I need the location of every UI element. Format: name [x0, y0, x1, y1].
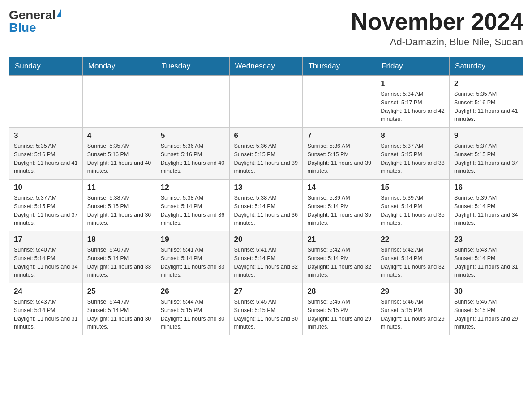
day-number: 30: [454, 287, 518, 296]
calendar-cell: 18Sunrise: 5:40 AMSunset: 5:14 PMDayligh…: [82, 231, 156, 283]
calendar-cell: 19Sunrise: 5:41 AMSunset: 5:14 PMDayligh…: [156, 231, 229, 283]
day-info: Sunrise: 5:41 AMSunset: 5:14 PMDaylight:…: [161, 246, 225, 279]
day-info: Sunrise: 5:40 AMSunset: 5:14 PMDaylight:…: [87, 246, 151, 279]
days-of-week-row: SundayMondayTuesdayWednesdayThursdayFrid…: [9, 57, 523, 76]
calendar-week-row: 17Sunrise: 5:40 AMSunset: 5:14 PMDayligh…: [9, 231, 523, 283]
calendar-cell: 17Sunrise: 5:40 AMSunset: 5:14 PMDayligh…: [9, 231, 83, 283]
day-header-thursday: Thursday: [303, 57, 376, 76]
day-header-wednesday: Wednesday: [229, 57, 303, 76]
day-number: 28: [307, 287, 371, 296]
calendar-cell: 21Sunrise: 5:42 AMSunset: 5:14 PMDayligh…: [303, 231, 376, 283]
calendar-cell: 15Sunrise: 5:39 AMSunset: 5:14 PMDayligh…: [376, 180, 450, 231]
day-number: 29: [381, 287, 445, 296]
calendar-cell: 2Sunrise: 5:35 AMSunset: 5:16 PMDaylight…: [450, 76, 523, 128]
calendar-cell: 23Sunrise: 5:43 AMSunset: 5:14 PMDayligh…: [450, 231, 523, 283]
calendar-week-row: 1Sunrise: 5:34 AMSunset: 5:17 PMDaylight…: [9, 76, 523, 128]
day-number: 9: [454, 131, 518, 140]
day-info: Sunrise: 5:34 AMSunset: 5:17 PMDaylight:…: [381, 90, 445, 124]
day-number: 17: [14, 235, 78, 244]
day-info: Sunrise: 5:39 AMSunset: 5:14 PMDaylight:…: [381, 194, 445, 227]
calendar-cell: 16Sunrise: 5:39 AMSunset: 5:14 PMDayligh…: [450, 180, 523, 231]
calendar-cell: 12Sunrise: 5:38 AMSunset: 5:14 PMDayligh…: [156, 180, 229, 231]
calendar-cell: 14Sunrise: 5:39 AMSunset: 5:14 PMDayligh…: [303, 180, 376, 231]
calendar-cell: [303, 76, 376, 128]
calendar-cell: 13Sunrise: 5:38 AMSunset: 5:14 PMDayligh…: [229, 180, 303, 231]
day-header-friday: Friday: [376, 57, 450, 76]
day-info: Sunrise: 5:37 AMSunset: 5:15 PMDaylight:…: [381, 142, 445, 176]
day-number: 10: [14, 183, 78, 192]
calendar-table: SundayMondayTuesdayWednesdayThursdayFrid…: [9, 57, 523, 335]
day-info: Sunrise: 5:43 AMSunset: 5:14 PMDaylight:…: [454, 246, 518, 279]
day-header-saturday: Saturday: [450, 57, 523, 76]
calendar-cell: 3Sunrise: 5:35 AMSunset: 5:16 PMDaylight…: [9, 128, 83, 180]
day-number: 3: [14, 131, 78, 140]
day-info: Sunrise: 5:46 AMSunset: 5:15 PMDaylight:…: [454, 298, 518, 331]
logo-blue-text: Blue: [9, 21, 36, 34]
calendar-cell: 7Sunrise: 5:36 AMSunset: 5:15 PMDaylight…: [303, 128, 376, 180]
day-number: 27: [234, 287, 298, 296]
calendar-cell: [229, 76, 303, 128]
calendar-cell: 11Sunrise: 5:38 AMSunset: 5:15 PMDayligh…: [82, 180, 156, 231]
calendar-cell: 5Sunrise: 5:36 AMSunset: 5:16 PMDaylight…: [156, 128, 229, 180]
calendar-cell: 4Sunrise: 5:35 AMSunset: 5:16 PMDaylight…: [82, 128, 156, 180]
calendar-cell: [82, 76, 156, 128]
day-info: Sunrise: 5:35 AMSunset: 5:16 PMDaylight:…: [14, 142, 78, 176]
day-info: Sunrise: 5:37 AMSunset: 5:15 PMDaylight:…: [454, 142, 518, 176]
logo: General Blue: [9, 9, 61, 34]
day-number: 4: [87, 131, 151, 140]
day-info: Sunrise: 5:45 AMSunset: 5:15 PMDaylight:…: [234, 298, 298, 331]
calendar-week-row: 10Sunrise: 5:37 AMSunset: 5:15 PMDayligh…: [9, 180, 523, 231]
day-number: 25: [87, 287, 151, 296]
day-info: Sunrise: 5:35 AMSunset: 5:16 PMDaylight:…: [87, 142, 151, 176]
day-info: Sunrise: 5:39 AMSunset: 5:14 PMDaylight:…: [454, 194, 518, 227]
day-info: Sunrise: 5:44 AMSunset: 5:15 PMDaylight:…: [161, 298, 225, 331]
calendar-cell: 20Sunrise: 5:41 AMSunset: 5:14 PMDayligh…: [229, 231, 303, 283]
day-info: Sunrise: 5:36 AMSunset: 5:16 PMDaylight:…: [161, 142, 225, 176]
day-number: 11: [87, 183, 151, 192]
calendar-cell: 9Sunrise: 5:37 AMSunset: 5:15 PMDaylight…: [450, 128, 523, 180]
calendar-cell: 22Sunrise: 5:42 AMSunset: 5:14 PMDayligh…: [376, 231, 450, 283]
day-number: 20: [234, 235, 298, 244]
day-info: Sunrise: 5:43 AMSunset: 5:14 PMDaylight:…: [14, 298, 78, 331]
month-title: November 2024: [351, 9, 523, 34]
calendar-week-row: 3Sunrise: 5:35 AMSunset: 5:16 PMDaylight…: [9, 128, 523, 180]
day-info: Sunrise: 5:37 AMSunset: 5:15 PMDaylight:…: [14, 194, 78, 227]
calendar-cell: [9, 76, 83, 128]
calendar-cell: 1Sunrise: 5:34 AMSunset: 5:17 PMDaylight…: [376, 76, 450, 128]
day-number: 13: [234, 183, 298, 192]
day-number: 24: [14, 287, 78, 296]
day-info: Sunrise: 5:35 AMSunset: 5:16 PMDaylight:…: [454, 90, 518, 124]
day-header-tuesday: Tuesday: [156, 57, 229, 76]
calendar-week-row: 24Sunrise: 5:43 AMSunset: 5:14 PMDayligh…: [9, 283, 523, 335]
day-number: 19: [161, 235, 225, 244]
calendar-cell: 27Sunrise: 5:45 AMSunset: 5:15 PMDayligh…: [229, 283, 303, 335]
calendar-cell: 10Sunrise: 5:37 AMSunset: 5:15 PMDayligh…: [9, 180, 83, 231]
day-number: 21: [307, 235, 371, 244]
day-info: Sunrise: 5:42 AMSunset: 5:14 PMDaylight:…: [381, 246, 445, 279]
day-number: 5: [161, 131, 225, 140]
day-number: 14: [307, 183, 371, 192]
day-info: Sunrise: 5:46 AMSunset: 5:15 PMDaylight:…: [381, 298, 445, 331]
day-info: Sunrise: 5:42 AMSunset: 5:14 PMDaylight:…: [307, 246, 371, 279]
day-number: 12: [161, 183, 225, 192]
day-number: 23: [454, 235, 518, 244]
day-info: Sunrise: 5:38 AMSunset: 5:15 PMDaylight:…: [87, 194, 151, 227]
location-text: Ad-Damazin, Blue Nile, Sudan: [351, 36, 523, 48]
day-number: 8: [381, 131, 445, 140]
calendar-cell: [156, 76, 229, 128]
page-header: General Blue November 2024 Ad-Damazin, B…: [9, 9, 523, 48]
calendar-cell: 29Sunrise: 5:46 AMSunset: 5:15 PMDayligh…: [376, 283, 450, 335]
day-info: Sunrise: 5:38 AMSunset: 5:14 PMDaylight:…: [234, 194, 298, 227]
calendar-header: SundayMondayTuesdayWednesdayThursdayFrid…: [9, 57, 523, 76]
day-info: Sunrise: 5:44 AMSunset: 5:14 PMDaylight:…: [87, 298, 151, 331]
day-number: 2: [454, 79, 518, 88]
day-info: Sunrise: 5:41 AMSunset: 5:14 PMDaylight:…: [234, 246, 298, 279]
day-info: Sunrise: 5:40 AMSunset: 5:14 PMDaylight:…: [14, 246, 78, 279]
day-number: 1: [381, 79, 445, 88]
calendar-cell: 8Sunrise: 5:37 AMSunset: 5:15 PMDaylight…: [376, 128, 450, 180]
day-info: Sunrise: 5:36 AMSunset: 5:15 PMDaylight:…: [234, 142, 298, 176]
day-number: 22: [381, 235, 445, 244]
day-header-sunday: Sunday: [9, 57, 83, 76]
day-info: Sunrise: 5:45 AMSunset: 5:15 PMDaylight:…: [307, 298, 371, 331]
calendar-body: 1Sunrise: 5:34 AMSunset: 5:17 PMDaylight…: [9, 76, 523, 335]
